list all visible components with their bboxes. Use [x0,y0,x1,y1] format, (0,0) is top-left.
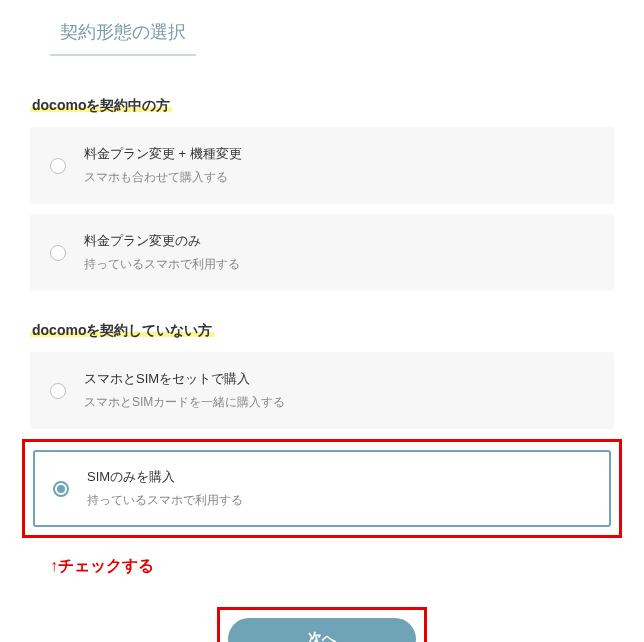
annotation-text: ↑チェックする [50,556,614,577]
group-docomo-customer: docomoを契約中の方 料金プラン変更 + 機種変更 スマホも合わせて購入する… [30,96,614,291]
option-sim-only[interactable]: SIMのみを購入 持っているスマホで利用する [33,450,611,527]
radio-icon-checked [53,481,69,497]
option-title: 料金プラン変更のみ [84,232,240,250]
group-label: docomoを契約中の方 [30,97,172,113]
option-phone-sim-set[interactable]: スマホとSIMをセットで購入 スマホとSIMカードを一緒に購入する [30,352,614,429]
radio-icon [50,245,66,261]
group-label: docomoを契約していない方 [30,322,214,338]
option-plan-change-only[interactable]: 料金プラン変更のみ 持っているスマホで利用する [30,214,614,291]
option-subtitle: 持っているスマホで利用する [84,256,240,273]
radio-icon [50,383,66,399]
annotation-highlight-box: SIMのみを購入 持っているスマホで利用する [22,439,622,538]
option-title: 料金プラン変更 + 機種変更 [84,145,242,163]
group-non-docomo-customer: docomoを契約していない方 スマホとSIMをセットで購入 スマホとSIMカー… [30,321,614,577]
radio-icon [50,158,66,174]
option-title: SIMのみを購入 [87,468,243,486]
option-subtitle: スマホとSIMカードを一緒に購入する [84,394,285,411]
option-plan-change-device[interactable]: 料金プラン変更 + 機種変更 スマホも合わせて購入する [30,127,614,204]
next-button[interactable]: 次へ [228,618,416,642]
option-title: スマホとSIMをセットで購入 [84,370,285,388]
option-subtitle: スマホも合わせて購入する [84,169,242,186]
section-title: 契約形態の選択 [50,20,196,56]
annotation-button-highlight: 次へ [217,607,427,642]
option-subtitle: 持っているスマホで利用する [87,492,243,509]
